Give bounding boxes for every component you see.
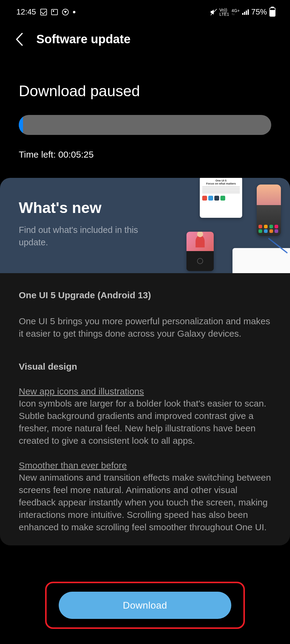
upgrade-title: One UI 5 Upgrade (Android 13): [19, 290, 271, 300]
battery-icon: [269, 8, 275, 17]
status-right: Vo)) LTE1 4G+ ↑↓ 75%: [210, 7, 275, 17]
item-icons-body: Icon symbols are larger for a bolder loo…: [19, 397, 271, 447]
section-visual-design-title: Visual design: [19, 361, 271, 372]
network-gen-label: 4G+ ↑↓: [232, 8, 240, 16]
item-icons-title: New app icons and illustrations: [19, 386, 271, 397]
item-smoother-title: Smoother than ever before: [19, 460, 271, 471]
signal-icon: [242, 9, 249, 15]
page-title: Software update: [36, 32, 130, 46]
release-notes[interactable]: One UI 5 Upgrade (Android 13) One UI 5 b…: [0, 273, 290, 545]
page-header: Software update: [0, 20, 290, 52]
annotation-highlight: Download: [45, 582, 245, 629]
device-previews: One UI 5 Focus on what matters: [181, 178, 290, 273]
preview-tablet-icon: One UI 5 Focus on what matters: [200, 178, 242, 218]
progress-bar[interactable]: [19, 115, 271, 135]
preview-phone-icon: [257, 185, 281, 236]
download-button[interactable]: Download: [59, 592, 231, 619]
volte-icon: Vo)) LTE1: [219, 8, 229, 16]
checkbox-icon: [40, 9, 47, 15]
status-time: 12:45: [16, 7, 36, 17]
app-circle-icon: [62, 9, 69, 15]
preview-tablet-stylus-icon: [232, 248, 290, 273]
whats-new-subtitle: Find out what's included in this update.: [19, 224, 152, 248]
progress-fill: [19, 115, 23, 135]
image-icon: [51, 9, 58, 15]
mute-icon: [210, 9, 217, 15]
upgrade-body: One UI 5 brings you more powerful person…: [19, 315, 271, 340]
button-container: Download: [0, 582, 290, 629]
download-status-heading: Download paused: [19, 82, 271, 100]
download-status-section: Download paused Time left: 00:05:25: [0, 52, 290, 166]
status-bar: 12:45 Vo)) LTE1 4G+ ↑↓ 75%: [0, 0, 290, 20]
time-left-label: Time left: 00:05:25: [19, 149, 271, 160]
battery-percent: 75%: [251, 7, 267, 17]
whats-new-card[interactable]: What's new Find out what's included in t…: [0, 178, 290, 273]
preview-flip-icon: [186, 232, 214, 271]
more-dot-icon: [73, 11, 75, 13]
status-left: 12:45: [16, 7, 75, 17]
back-button[interactable]: [15, 34, 24, 44]
item-smoother-body: New animations and transition effects ma…: [19, 471, 271, 533]
